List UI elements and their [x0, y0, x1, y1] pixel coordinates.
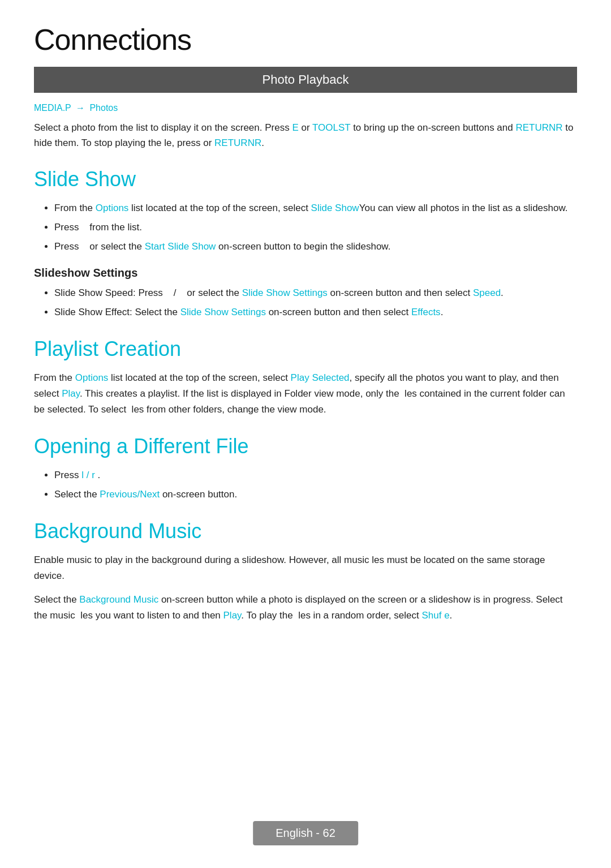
background-music-para1: Enable music to play in the background d…: [34, 552, 577, 584]
list-item: Press or select the Start Slide Show on-…: [54, 239, 577, 255]
opening-different-file-title: Opening a Different File: [34, 435, 577, 458]
breadcrumb: MEDIA.P → Photos: [34, 103, 577, 113]
opening-different-file-bullets: Press l / r . Select the Previous/Next o…: [54, 467, 577, 502]
intro-paragraph: Select a photo from the list to display …: [34, 120, 577, 151]
page-footer: English - 62: [253, 821, 358, 845]
playlist-creation-text: From the Options list located at the top…: [34, 370, 577, 418]
list-item: Press from the list.: [54, 220, 577, 235]
background-music-para2: Select the Background Music on-screen bu…: [34, 592, 577, 624]
slide-show-title: Slide Show: [34, 167, 577, 191]
playlist-creation-title: Playlist Creation: [34, 337, 577, 361]
list-item: Press l / r .: [54, 467, 577, 483]
section-header: Photo Playback: [34, 67, 577, 93]
breadcrumb-arrow: →: [76, 103, 85, 113]
list-item: Slide Show Speed: Press / or select the …: [54, 285, 577, 301]
list-item: Slide Show Effect: Select the Slide Show…: [54, 304, 577, 320]
slideshow-settings-title: Slideshow Settings: [34, 267, 577, 280]
list-item: From the Options list located at the top…: [54, 200, 577, 216]
breadcrumb-part1: MEDIA.P: [34, 103, 71, 113]
list-item: Select the Previous/Next on-screen butto…: [54, 487, 577, 502]
page-number: English - 62: [276, 827, 335, 839]
slide-show-bullets: From the Options list located at the top…: [54, 200, 577, 255]
slideshow-settings-bullets: Slide Show Speed: Press / or select the …: [54, 285, 577, 320]
background-music-title: Background Music: [34, 519, 577, 543]
page-title: Connections: [34, 23, 577, 57]
breadcrumb-part2: Photos: [89, 103, 118, 113]
